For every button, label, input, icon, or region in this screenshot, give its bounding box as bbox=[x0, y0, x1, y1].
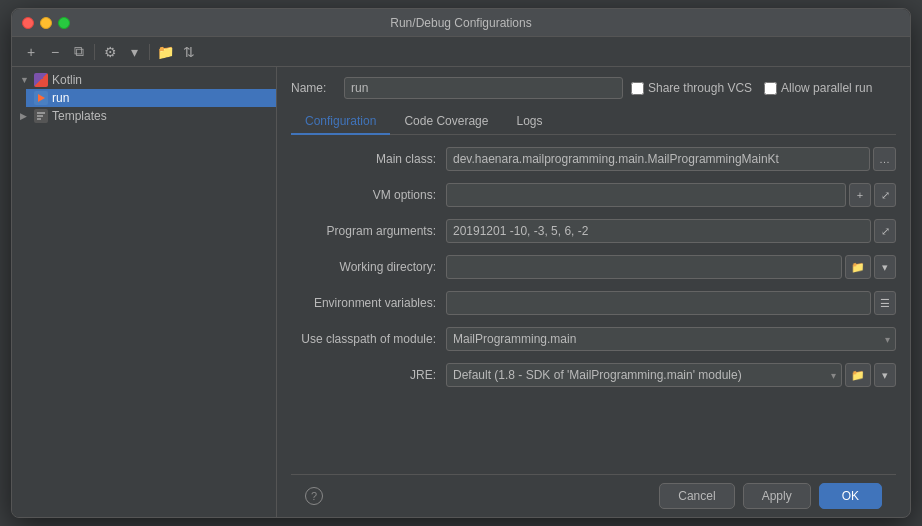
env-vars-row: Environment variables: ☰ bbox=[291, 289, 896, 317]
allow-parallel-option: Allow parallel run bbox=[764, 81, 872, 95]
vm-options-label: VM options: bbox=[291, 188, 446, 202]
tab-configuration[interactable]: Configuration bbox=[291, 109, 390, 135]
toolbar-sep-2 bbox=[149, 44, 150, 60]
tree-item-run[interactable]: run bbox=[26, 89, 276, 107]
templates-label: Templates bbox=[52, 109, 107, 123]
working-dir-input[interactable] bbox=[446, 255, 842, 279]
title-bar: Run/Debug Configurations bbox=[12, 9, 910, 37]
config-tabs: Configuration Code Coverage Logs bbox=[291, 109, 896, 135]
main-class-label: Main class: bbox=[291, 152, 446, 166]
tab-code-coverage[interactable]: Code Coverage bbox=[390, 109, 502, 135]
main-class-input-group: … bbox=[446, 147, 896, 171]
working-dir-input-group: 📁 ▾ bbox=[446, 255, 896, 279]
config-form: Main class: … VM options: + ⤢ bbox=[291, 145, 896, 474]
add-config-button[interactable]: + bbox=[20, 41, 42, 63]
kotlin-icon bbox=[34, 73, 48, 87]
program-args-expand-button[interactable]: ⤢ bbox=[874, 219, 896, 243]
program-args-input[interactable] bbox=[446, 219, 871, 243]
env-vars-edit-button[interactable]: ☰ bbox=[874, 291, 896, 315]
main-content: ▼ Kotlin run ▶ bbox=[12, 67, 910, 517]
remove-config-button[interactable]: − bbox=[44, 41, 66, 63]
jre-label: JRE: bbox=[291, 368, 446, 382]
vm-options-plus-button[interactable]: + bbox=[849, 183, 871, 207]
cancel-button[interactable]: Cancel bbox=[659, 483, 734, 509]
vm-options-input-group: + ⤢ bbox=[446, 183, 896, 207]
run-debug-dialog: Run/Debug Configurations + − ⧉ ⚙ ▾ 📁 ⇅ ▼… bbox=[11, 8, 911, 518]
settings-button[interactable]: ⚙ bbox=[99, 41, 121, 63]
working-dir-dropdown-button[interactable]: ▾ bbox=[874, 255, 896, 279]
program-args-label: Program arguments: bbox=[291, 224, 446, 238]
minimize-button[interactable] bbox=[40, 17, 52, 29]
toolbar-sep-1 bbox=[94, 44, 95, 60]
kotlin-label: Kotlin bbox=[52, 73, 82, 87]
name-input[interactable] bbox=[344, 77, 623, 99]
jre-browse-button[interactable]: 📁 bbox=[845, 363, 871, 387]
env-vars-input[interactable] bbox=[446, 291, 871, 315]
bottom-left: ? bbox=[305, 487, 323, 505]
env-vars-input-group: ☰ bbox=[446, 291, 896, 315]
copy-config-button[interactable]: ⧉ bbox=[68, 41, 90, 63]
folder-button[interactable]: 📁 bbox=[154, 41, 176, 63]
sort-button[interactable]: ⇅ bbox=[178, 41, 200, 63]
main-toolbar: + − ⧉ ⚙ ▾ 📁 ⇅ bbox=[12, 37, 910, 67]
working-dir-browse-button[interactable]: 📁 bbox=[845, 255, 871, 279]
run-icon bbox=[34, 91, 48, 105]
working-dir-row: Working directory: 📁 ▾ bbox=[291, 253, 896, 281]
window-controls bbox=[22, 17, 70, 29]
apply-button[interactable]: Apply bbox=[743, 483, 811, 509]
name-row: Name: Share through VCS Allow parallel r… bbox=[291, 77, 896, 99]
left-panel: ▼ Kotlin run ▶ bbox=[12, 67, 277, 517]
jre-row: JRE: Default (1.8 - SDK of 'MailProgramm… bbox=[291, 361, 896, 389]
allow-parallel-label: Allow parallel run bbox=[781, 81, 872, 95]
program-args-row: Program arguments: ⤢ bbox=[291, 217, 896, 245]
classpath-select-wrapper: MailProgramming.main ▾ bbox=[446, 327, 896, 351]
jre-select-wrapper: Default (1.8 - SDK of 'MailProgramming.m… bbox=[446, 363, 842, 387]
jre-select[interactable]: Default (1.8 - SDK of 'MailProgramming.m… bbox=[446, 363, 842, 387]
help-button[interactable]: ? bbox=[305, 487, 323, 505]
config-tree: ▼ Kotlin run ▶ bbox=[12, 67, 276, 517]
tab-logs[interactable]: Logs bbox=[502, 109, 556, 135]
right-panel: Name: Share through VCS Allow parallel r… bbox=[277, 67, 910, 517]
share-vcs-label: Share through VCS bbox=[648, 81, 752, 95]
jre-input-group: Default (1.8 - SDK of 'MailProgramming.m… bbox=[446, 363, 896, 387]
ok-button[interactable]: OK bbox=[819, 483, 882, 509]
bottom-right: Cancel Apply OK bbox=[659, 483, 882, 509]
tree-item-kotlin[interactable]: ▼ Kotlin bbox=[12, 71, 276, 89]
maximize-button[interactable] bbox=[58, 17, 70, 29]
classpath-select[interactable]: MailProgramming.main bbox=[446, 327, 896, 351]
dialog-title: Run/Debug Configurations bbox=[390, 16, 531, 30]
working-dir-label: Working directory: bbox=[291, 260, 446, 274]
main-class-row: Main class: … bbox=[291, 145, 896, 173]
vm-options-row: VM options: + ⤢ bbox=[291, 181, 896, 209]
share-vcs-option: Share through VCS bbox=[631, 81, 752, 95]
classpath-label: Use classpath of module: bbox=[291, 332, 446, 346]
close-button[interactable] bbox=[22, 17, 34, 29]
options-row: Share through VCS Allow parallel run bbox=[631, 81, 896, 95]
templates-icon bbox=[34, 109, 48, 123]
share-vcs-checkbox[interactable] bbox=[631, 82, 644, 95]
vm-options-expand-button[interactable]: ⤢ bbox=[874, 183, 896, 207]
vm-options-input[interactable] bbox=[446, 183, 846, 207]
main-class-browse-button[interactable]: … bbox=[873, 147, 896, 171]
name-label: Name: bbox=[291, 81, 336, 95]
tree-item-templates[interactable]: ▶ Templates bbox=[12, 107, 276, 125]
main-class-input[interactable] bbox=[446, 147, 870, 171]
kotlin-arrow-icon: ▼ bbox=[20, 75, 30, 85]
jre-dropdown-button[interactable]: ▾ bbox=[874, 363, 896, 387]
program-args-input-group: ⤢ bbox=[446, 219, 896, 243]
run-label: run bbox=[52, 91, 69, 105]
arrow-down-button[interactable]: ▾ bbox=[123, 41, 145, 63]
bottom-bar: ? Cancel Apply OK bbox=[291, 474, 896, 517]
classpath-row: Use classpath of module: MailProgramming… bbox=[291, 325, 896, 353]
templates-arrow-icon: ▶ bbox=[20, 111, 30, 121]
env-vars-label: Environment variables: bbox=[291, 296, 446, 310]
allow-parallel-checkbox[interactable] bbox=[764, 82, 777, 95]
